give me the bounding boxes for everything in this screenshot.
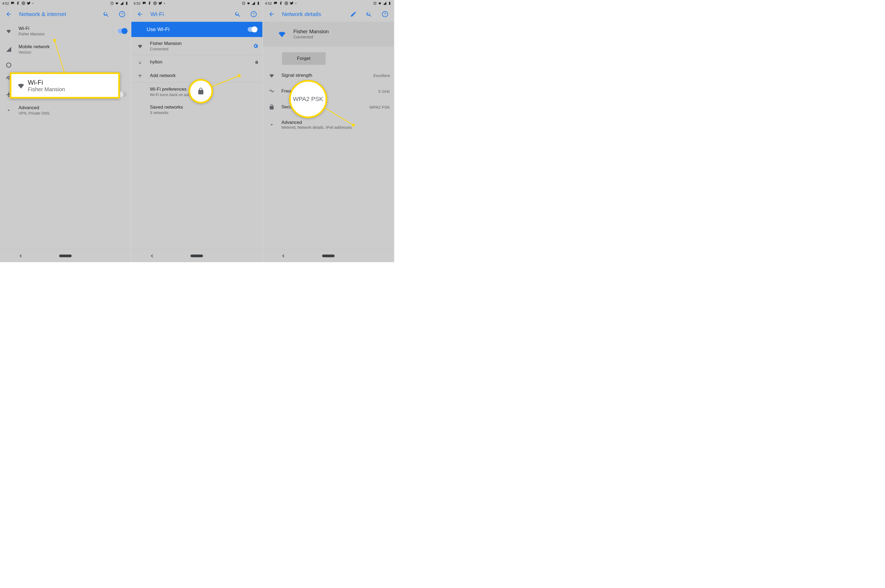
search-button[interactable] [101,9,112,20]
help-icon: ? [119,11,125,17]
network-connected[interactable]: Fisher Mansion Connected [131,37,262,55]
help-icon: ? [250,11,257,17]
signal-value: Excellent [373,73,390,78]
use-wifi-banner[interactable]: Use Wi-Fi [131,22,262,37]
row-advanced[interactable]: Advanced VPN, Private DNS [0,101,131,119]
wifi-status-icon [247,2,250,5]
navbar [263,249,394,262]
callout-wifi-card: Wi-Fi Fisher Mansion [10,72,120,99]
help-button[interactable]: ? [117,9,128,20]
svg-text:?: ? [384,12,386,16]
signal-label: Signal strength [281,73,369,78]
page-title: Network & internet [19,11,96,17]
network-hero: Fisher Mansion Connected [263,22,394,47]
help-button[interactable]: ? [248,9,259,20]
forget-button[interactable]: Forget [282,52,326,65]
divider [113,26,113,36]
nav-home-pill[interactable] [322,255,335,257]
wifi-toggle[interactable] [118,28,127,33]
advanced-sub: Metered, Network details, IPv6 addresses [281,125,390,130]
saved-title: Saved networks [150,105,258,110]
page-title: Network details [282,11,343,17]
search-icon [366,11,372,17]
nav-home-pill[interactable] [190,255,203,257]
saved-sub: 3 networks [150,111,258,115]
svg-point-2 [23,3,24,3]
wifi-weak-icon [137,59,143,65]
network-settings-button[interactable] [253,43,259,49]
gallery-icon [274,2,277,5]
wifi-full-icon [137,43,143,49]
search-button[interactable] [364,9,375,20]
battery-icon [125,2,129,5]
lock-icon [197,87,205,95]
pencil-icon [350,11,357,17]
pinterest-icon [284,2,288,5]
nav-back-icon[interactable] [18,253,23,259]
use-wifi-label: Use Wi-Fi [147,26,169,32]
security-value: WPA2 PSK [369,105,390,110]
back-button[interactable] [266,9,277,20]
svg-point-7 [8,78,9,80]
cell-icon [6,46,12,52]
search-button[interactable] [232,9,243,20]
appbar: Wi-Fi ? [131,6,262,22]
network-other[interactable]: hylton [131,55,262,69]
statusbar: 4:52 • [0,0,131,6]
network-name: Fisher Mansion [150,41,247,46]
network-status: Connected [150,47,247,51]
appbar: Network details ? [263,6,394,22]
status-time: 4:52 [265,2,272,6]
nav-back-icon[interactable] [281,253,286,259]
pinterest-icon [21,2,26,5]
chevron-down-icon [269,122,275,128]
back-arrow-icon [6,11,12,17]
mobile-sub: Verizon [18,50,127,54]
help-button[interactable]: ? [379,9,390,20]
advanced-row[interactable]: Advanced Metered, Network details, IPv6 … [263,115,394,135]
back-button[interactable] [135,9,146,20]
row-mobile[interactable]: Mobile network Verizon [0,40,131,58]
cell-signal-icon [383,2,387,5]
screen-wifi-list: 4:52 • Wi-Fi ? Use Wi-Fi [131,0,263,262]
callout-title: Wi-Fi [28,79,65,86]
back-button[interactable] [3,9,14,20]
navbar [0,249,131,262]
alarm-icon [242,2,245,5]
search-icon [103,11,110,17]
row-data-usage[interactable] [0,58,131,70]
advanced-title: Advanced [18,105,127,111]
svg-text:?: ? [253,12,255,16]
svg-point-20 [286,3,287,3]
frequency-row: Frequency 5 GHz [263,83,394,99]
row-wifi[interactable]: Wi-Fi Fisher Mansion [0,22,131,40]
twitter-icon [159,2,163,5]
data-usage-icon [6,62,12,68]
saved-networks-row[interactable]: Saved networks 3 networks [131,101,262,119]
advanced-sub: VPN, Private DNS [18,111,127,116]
wifi-sub: Fisher Mansion [18,32,108,36]
battery-icon [256,2,260,5]
alarm-icon [373,2,377,5]
status-time: 4:52 [134,2,140,6]
lock-icon [269,104,275,110]
callout-security-circle: WPA2 PSK [289,80,327,118]
twitter-icon [27,2,31,5]
edit-button[interactable] [348,9,359,20]
navbar [131,249,262,262]
nav-back-icon[interactable] [149,253,155,259]
gear-icon [253,43,259,49]
facebook-icon [16,2,20,5]
more-indicator: • [164,2,165,5]
more-indicator: • [32,2,33,5]
use-wifi-toggle[interactable] [248,27,257,32]
alarm-icon [110,2,114,5]
facebook-icon [279,2,283,5]
nav-home-pill[interactable] [59,255,72,257]
search-icon [235,11,241,17]
wifi-status-icon [115,2,119,5]
hero-name: Fisher Mansion [293,28,329,34]
wifi-status-icon [378,2,382,5]
appbar: Network & internet ? [0,6,131,22]
wifi-icon [6,28,12,34]
